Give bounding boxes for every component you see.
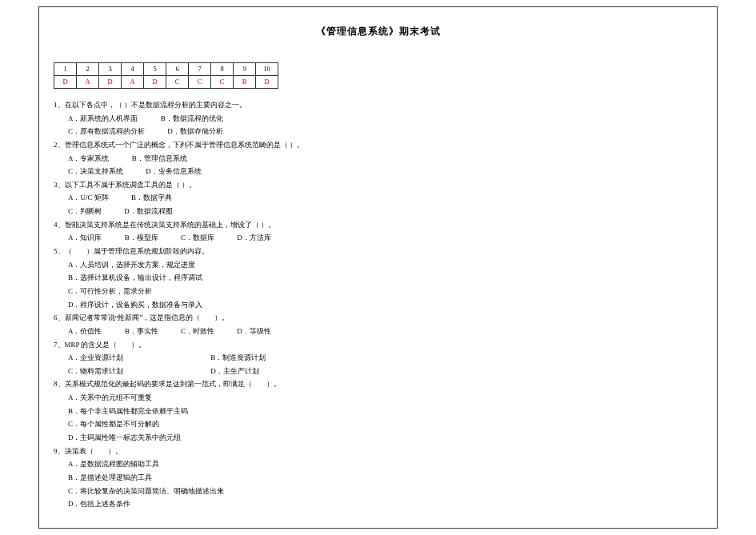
q1-d: D．数据存储分析 [167, 125, 223, 138]
q9-c: C．将比较复杂的决策问题简洁、明确地描述出来 [54, 485, 707, 498]
q8-a: A．关系中的元组不可重复 [54, 391, 707, 405]
q3-c: C．判断树 [68, 205, 102, 218]
answer-key-table: 1 2 3 4 5 6 7 8 9 10 D A D A D C C C B D [54, 62, 278, 89]
q9-d: D．包括上述各条件 [54, 497, 707, 511]
q3-a: A．U/C 矩阵 [68, 191, 109, 205]
q1-c: C．原有数据流程的分析 [68, 125, 145, 138]
q5-c: C．可行性分析，需求分析 [54, 285, 707, 298]
q7-opts-row1: A．企业资源计划 B．制造资源计划 [54, 351, 707, 365]
th-3: 3 [99, 63, 122, 76]
th-6: 6 [166, 63, 189, 76]
th-9: 9 [234, 63, 256, 76]
q8-c: C．每个属性都是不可分解的 [54, 417, 707, 431]
ans-6: C [166, 76, 189, 89]
q5-a: A．人员培训，选择开发方案，规定进度 [54, 258, 707, 272]
q8-stem: 8、关系模式规范化的最起码的要求是达到第一范式，即满足（ ）。 [54, 377, 707, 391]
q2-c: C．决策支持系统 [68, 165, 123, 178]
ans-10: D [256, 76, 278, 89]
q2-opts-row2: C．决策支持系统 D．业务信息系统 [54, 165, 707, 178]
q7-c: C．物料需求计划 [68, 365, 188, 378]
th-2: 2 [77, 63, 99, 76]
th-1: 1 [54, 63, 77, 76]
q4-c: C．数据库 [181, 231, 214, 245]
q4-a: A．知识库 [68, 231, 102, 245]
q8-b: B．每个非主码属性都完全依赖于主码 [54, 405, 707, 418]
q2-b: B．管理信息系统 [132, 152, 187, 166]
q4-d: D．方法库 [237, 231, 271, 245]
th-4: 4 [122, 63, 144, 76]
q9-stem: 9、决策表（ ）。 [54, 445, 707, 458]
q1-b: B．数据流程的优化 [161, 112, 223, 126]
th-7: 7 [189, 63, 211, 76]
ans-7: C [189, 76, 211, 89]
ans-2: A [77, 76, 99, 89]
q9-b: B．是描述处理逻辑的工具 [54, 471, 707, 485]
ans-8: C [211, 76, 234, 89]
q9-a: A．是数据流程图的辅助工具 [54, 457, 707, 471]
q2-stem: 2、管理信息系统式一个广泛的概念，下列不属于管理信息系统范畴的是（ ）。 [54, 138, 707, 152]
q3-opts-row1: A．U/C 矩阵 B．数据字典 [54, 191, 707, 205]
q5-stem: 5、（ ）属于管理信息系统规划阶段的内容。 [54, 245, 707, 258]
q2-a: A．专家系统 [68, 152, 110, 166]
q4-opts: A．知识库 B．模型库 C．数据库 D．方法库 [54, 231, 707, 245]
q2-d: D．业务信息系统 [146, 165, 202, 178]
ans-4: A [122, 76, 144, 89]
q2-opts-row1: A．专家系统 B．管理信息系统 [54, 152, 707, 166]
th-5: 5 [144, 63, 166, 76]
q4-b: B．模型库 [125, 231, 158, 245]
table-header-row: 1 2 3 4 5 6 7 8 9 10 [54, 63, 278, 76]
q6-d: D．等级性 [237, 325, 271, 338]
exam-title: 《管理信息系统》期末考试 [49, 25, 707, 38]
q4-stem: 4、智能决策支持系统是在传统决策支持系统的基础上，增设了（ ）。 [54, 218, 707, 232]
q3-stem: 3、以下工具不属于系统调查工具的是（ ）。 [54, 178, 707, 192]
table-answer-row: D A D A D C C C B D [54, 76, 278, 89]
q8-d: D．主码属性唯一标志关系中的元组 [54, 431, 707, 445]
q7-b: B．制造资源计划 [210, 351, 266, 365]
q7-stem: 7、MRP 的含义是（ ）。 [54, 338, 707, 352]
q3-d: D．数据流程图 [124, 205, 173, 218]
page-border: 《管理信息系统》期末考试 1 2 3 4 5 6 7 8 9 10 D A D … [38, 6, 718, 529]
questions-content: 1、在以下各点中，（ ）不是数据流程分析的主要内容之一。 A．新系统的人机界面 … [49, 98, 707, 511]
ans-3: D [99, 76, 122, 89]
q1-opts-row2: C．原有数据流程的分析 D．数据存储分析 [54, 125, 707, 138]
q6-opts: A．价值性 B．事实性 C．时效性 D．等级性 [54, 325, 707, 338]
th-10: 10 [256, 63, 278, 76]
q7-opts-row2: C．物料需求计划 D．主生产计划 [54, 365, 707, 378]
q6-c: C．时效性 [181, 325, 214, 338]
q6-a: A．价值性 [68, 325, 102, 338]
q1-stem: 1、在以下各点中，（ ）不是数据流程分析的主要内容之一。 [54, 98, 707, 112]
q3-b: B．数据字典 [131, 191, 172, 205]
th-8: 8 [211, 63, 234, 76]
ans-9: B [234, 76, 256, 89]
q1-a: A．新系统的人机界面 [68, 112, 138, 126]
q7-d: D．主生产计划 [210, 365, 259, 378]
q3-opts-row2: C．判断树 D．数据流程图 [54, 205, 707, 218]
ans-1: D [54, 76, 77, 89]
q1-opts-row1: A．新系统的人机界面 B．数据流程的优化 [54, 112, 707, 126]
q6-b: B．事实性 [125, 325, 158, 338]
ans-5: D [144, 76, 166, 89]
q7-a: A．企业资源计划 [68, 351, 188, 365]
q5-d: D．程序设计，设备购买，数据准备与录入 [54, 298, 707, 312]
q5-b: B．选择计算机设备，输出设计，程序调试 [54, 271, 707, 285]
q6-stem: 6、新闻记者常常说“抢新闻”，这是指信息的（ ）。 [54, 311, 707, 325]
